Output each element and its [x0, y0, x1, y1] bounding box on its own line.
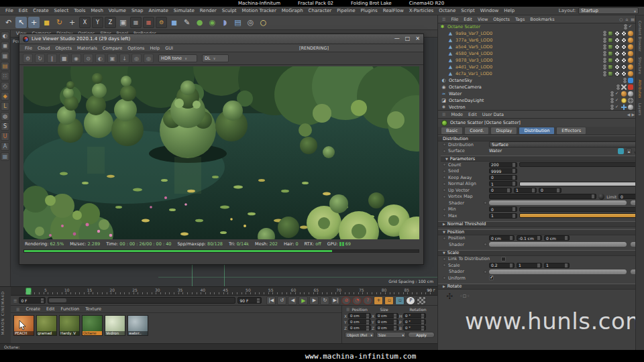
- checker-tag-icon[interactable]: [614, 44, 620, 50]
- polygons-mode-icon[interactable]: ◆: [1, 92, 9, 101]
- keep-away-field[interactable]: 0: [489, 175, 517, 180]
- rotation-field[interactable]: 0 °: [403, 313, 426, 318]
- position-field[interactable]: 0 cm: [348, 325, 371, 330]
- camera-icon[interactable]: ◎: [245, 17, 256, 28]
- object-row[interactable]: ✱ Octane Scatter: [438, 23, 644, 30]
- close-button[interactable]: ✕: [415, 36, 420, 42]
- material-thumbnail[interactable]: Octane: [82, 315, 103, 336]
- object-icon[interactable]: ◐: [441, 78, 447, 84]
- object-manager-menu-item[interactable]: Bookmarks: [530, 17, 554, 22]
- visibility-dots-icon[interactable]: [603, 51, 606, 56]
- live-selection-icon[interactable]: ↖: [15, 17, 27, 28]
- anim-dot-icon[interactable]: [484, 270, 487, 274]
- uniform-checkbox[interactable]: [489, 276, 494, 280]
- keyframes-icon[interactable]: ◦◽◦: [460, 293, 470, 299]
- material-menu-item[interactable]: Create: [25, 306, 40, 312]
- menu-item[interactable]: RealFlow: [380, 8, 407, 13]
- object-icon[interactable]: ◪: [441, 98, 447, 104]
- menu-item[interactable]: Window: [478, 8, 502, 13]
- position-z-field[interactable]: 0 cm: [544, 235, 570, 241]
- check-tag-icon[interactable]: [615, 105, 620, 110]
- size-field[interactable]: 0 cm: [376, 319, 398, 324]
- play-forwards-button[interactable]: ▶: [309, 296, 319, 305]
- object-name[interactable]: Octane Scatter: [447, 24, 480, 29]
- last-tool-icon[interactable]: +: [66, 17, 78, 28]
- visibility-dots-icon[interactable]: [603, 58, 606, 63]
- normal-threshold-header[interactable]: ▶Normal Threshold: [438, 221, 644, 227]
- object-row[interactable]: ▲ a4d1_Var2_LOD0: [438, 64, 644, 70]
- checker-tag-icon[interactable]: [614, 38, 620, 43]
- coord-mode-dropdown[interactable]: Object (Rel▾: [345, 332, 374, 338]
- keyframe-selection-button[interactable]: ?: [363, 296, 372, 305]
- undo-icon[interactable]: ↶: [3, 17, 14, 28]
- axis-mode-icon[interactable]: L: [1, 102, 9, 111]
- magnet-icon[interactable]: U: [1, 132, 9, 141]
- checker-tag-icon[interactable]: [621, 58, 627, 63]
- distribution-dropdown[interactable]: Surface▾: [489, 141, 640, 147]
- object-icon[interactable]: ▲: [447, 51, 453, 57]
- panel-menu-icon[interactable]: ☰: [442, 17, 445, 21]
- up-y-field[interactable]: 1: [514, 188, 537, 193]
- vertex-map-field[interactable]: [489, 194, 596, 199]
- object-row[interactable]: ◉ OctaneCamera: [438, 84, 644, 90]
- vertical-tab[interactable]: Layers: [638, 103, 642, 115]
- max-field[interactable]: 1: [489, 213, 517, 219]
- cross-blue-tag-icon[interactable]: [621, 105, 627, 110]
- menu-item[interactable]: Create: [30, 8, 51, 13]
- position-field[interactable]: 0 cm: [348, 319, 371, 324]
- menu-item[interactable]: Character: [306, 8, 335, 13]
- vertical-tab[interactable]: Content Browser: [638, 21, 642, 52]
- attribute-menu-item[interactable]: Edit: [468, 112, 477, 117]
- link-target-icon[interactable]: [618, 148, 624, 154]
- render-settings-icon[interactable]: ⚙: [156, 17, 167, 28]
- pause-render-icon[interactable]: ∥: [47, 54, 57, 63]
- edges-mode-icon[interactable]: ◇: [1, 82, 9, 90]
- key-scale-toggle[interactable]: ▫: [384, 296, 394, 305]
- dot-orange-tag-icon[interactable]: [628, 58, 633, 63]
- visibility-dots-icon[interactable]: [610, 105, 614, 110]
- add-cube-icon[interactable]: ◼: [168, 17, 180, 28]
- visibility-dots-icon[interactable]: [616, 84, 620, 90]
- minimize-button[interactable]: —: [394, 36, 400, 42]
- object-icon[interactable]: ▲: [447, 64, 453, 70]
- modifiers-icon[interactable]: ◉: [207, 17, 218, 28]
- snap-icon[interactable]: S: [1, 122, 9, 131]
- max-slider[interactable]: [519, 213, 640, 218]
- up-z-field[interactable]: 0: [539, 188, 561, 193]
- menu-item[interactable]: Sculpt: [219, 8, 239, 13]
- layer-b-icon[interactable]: ▦: [1, 152, 9, 161]
- material-menu-item[interactable]: Edit: [46, 306, 55, 312]
- attribute-tab[interactable]: Coord.: [464, 127, 489, 135]
- focus-picker-icon[interactable]: ◎: [131, 54, 142, 63]
- light-icon[interactable]: ○: [258, 17, 269, 28]
- play-backwards-button[interactable]: ◀: [288, 296, 297, 305]
- model-mode-icon[interactable]: ◼: [1, 42, 9, 50]
- mat-leaf-tag-icon[interactable]: [608, 51, 613, 56]
- material-thumbnail[interactable]: gramad: [36, 315, 57, 336]
- object-row[interactable]: ≈ Water: [438, 90, 644, 97]
- object-icon[interactable]: ✹: [441, 105, 447, 111]
- dot-orange-tag-icon[interactable]: [628, 51, 633, 56]
- lock-y-icon[interactable]: Y: [92, 17, 103, 28]
- dot-orange-tag-icon[interactable]: [621, 91, 627, 97]
- panel-menu-icon[interactable]: ☰: [16, 307, 19, 312]
- menu-item[interactable]: Render: [197, 8, 219, 13]
- attribute-menu-item[interactable]: Mode: [451, 112, 463, 117]
- visibility-dots-icon[interactable]: [624, 24, 627, 29]
- mograph-icon[interactable]: ▤: [232, 17, 244, 28]
- sky-tag-tag-icon[interactable]: [628, 78, 633, 83]
- live-viewer-menu-item[interactable]: Compare: [103, 46, 123, 51]
- rotate-section-header[interactable]: ▶Rotate: [438, 284, 644, 290]
- mat-leaf-tag-icon[interactable]: [608, 58, 613, 63]
- anim-dot-icon[interactable]: [484, 243, 487, 246]
- checker-tag-icon[interactable]: [621, 71, 627, 76]
- menu-item[interactable]: MoGraph: [279, 8, 306, 13]
- attribute-tab[interactable]: Distribution: [519, 127, 555, 135]
- live-viewer-title-bar[interactable]: Live Viewer Studio 2020.1.4 (29 days lef…: [19, 34, 423, 44]
- checker-tag-icon[interactable]: [621, 38, 627, 43]
- checker-tag-icon[interactable]: [614, 51, 620, 56]
- object-icon[interactable]: ▲: [447, 31, 453, 37]
- menu-item[interactable]: Mesh: [88, 8, 105, 13]
- scale-x-field[interactable]: 0.2: [489, 263, 515, 268]
- layer-a-icon[interactable]: A: [1, 142, 9, 151]
